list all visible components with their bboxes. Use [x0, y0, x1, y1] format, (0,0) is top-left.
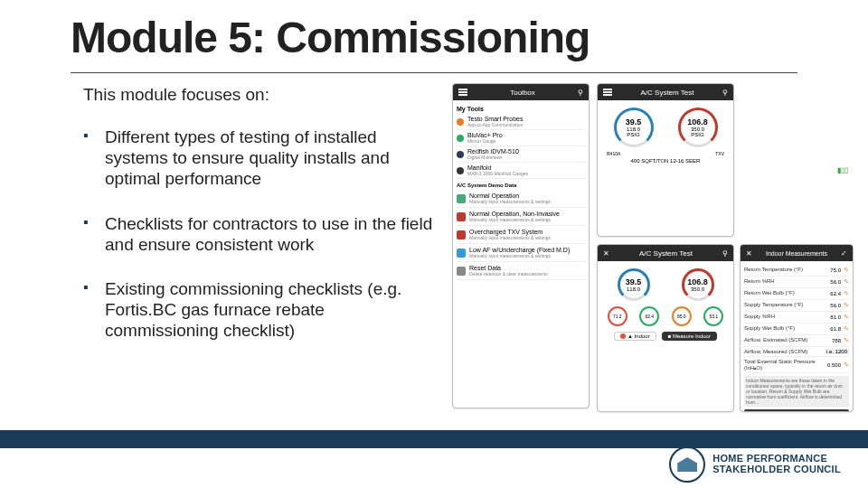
tool-sub: App-to-App Communication [467, 122, 523, 127]
hamburger-icon [458, 89, 467, 96]
demo-icon [457, 194, 466, 203]
meas-label: Return Wet Bulb (°F) [744, 290, 795, 297]
meas-value: 56.0 [830, 303, 841, 308]
meas-row: Supply Wet Bulb (°F)61.8✎ [744, 324, 849, 335]
bullet-item: Different types of testing of installed … [83, 127, 434, 190]
gauge-unit: PSIG [627, 132, 639, 137]
demo-sub: Manually input measurements & settings [469, 235, 551, 240]
tool-name: Testo Smart Probes [467, 116, 523, 122]
bullet-item: Checklists for contractors to use in the… [83, 213, 434, 255]
tool-icon [457, 118, 464, 126]
measure-button: ■ Measure Indoor [662, 332, 717, 341]
phone-systest-top: A/C System Test ⚲ 39.5118.0PSIG 106.8350… [597, 83, 734, 237]
tool-name: Manifold [467, 164, 528, 171]
meas-label: Total External Static Pressure (InH₂O) [744, 359, 827, 371]
demo-name: Normal Operation, Non-Invasive [469, 211, 560, 217]
meas-value: 62.4 [830, 291, 841, 296]
meas-label: Return Temperature (°F) [744, 267, 803, 274]
tool-name: Redfish iDVM-510 [467, 148, 519, 155]
app-header: Toolbox ⚲ [453, 84, 589, 100]
gauge-value: 106.8 [687, 117, 708, 127]
battery-icon: ▮▯▯ [837, 166, 848, 174]
footer-logo: HOME PERFORMANCESTAKEHOLDER COUNCIL [669, 446, 841, 483]
search-icon: ⚲ [722, 249, 728, 258]
bullet-list: Different types of testing of installed … [83, 127, 434, 364]
demo-sub: Manually input measurements & settings [469, 199, 551, 204]
page-title: Module 5: Commissioning [71, 13, 590, 62]
header-title: A/C System Test [641, 89, 694, 97]
tool-icon [457, 167, 464, 174]
gauge-low: 39.5118.0 [618, 268, 650, 301]
hamburger-icon [603, 89, 612, 96]
meas-row: Return Wet Bulb (°F)62.4✎ [744, 288, 849, 300]
section-title: A/C System Demo Data [457, 179, 585, 190]
dot-icon [620, 333, 626, 339]
pencil-icon: ✎ [844, 267, 849, 274]
demo-icon [457, 230, 466, 239]
meas-value: 0.500 [827, 362, 841, 368]
footer-text: 400 SQFT/TON 12-16 SEER [601, 156, 730, 164]
meas-row: Return Temperature (°F)75.0✎ [744, 265, 849, 277]
gauge-low: 39.5118.0PSIG [614, 108, 654, 147]
meas-label: Supply Wet Bulb (°F) [744, 325, 795, 333]
gauge-row: 39.5118.0 106.8350.0 [601, 265, 730, 305]
tool-row: Testo Smart ProbesApp-to-App Communicati… [457, 114, 585, 130]
tool-sub: Micron Gauge [467, 138, 503, 144]
phone-body: Return Temperature (°F)75.0✎ Return %RH5… [741, 261, 853, 412]
meas-label: Return %RH [744, 278, 775, 286]
gauge-tag: TXV [715, 151, 724, 156]
pencil-icon: ✎ [844, 278, 849, 286]
header-title: A/C System Test [639, 249, 693, 258]
tool-row: Redfish iDVM-510Digital Multimeter [457, 146, 585, 163]
logo-line2: STAKEHOLDER COUNCIL [712, 465, 841, 475]
meas-row: Airflow, Estimated (SCFM)788✎ [744, 335, 849, 347]
btn-label: ▲ Indoor [627, 333, 650, 339]
phone-systest-bottom: ✕ A/C System Test ⚲ 39.5118.0 106.8350.0… [597, 244, 734, 412]
tool-row: ManifoldMAR-3 2006 Manifold Gauges [457, 163, 585, 179]
meas-label: Supply %RH [744, 314, 775, 321]
meas-value: 788 [832, 338, 841, 343]
demo-name: Overcharged TXV System [469, 229, 551, 235]
meas-value: i.e. 1200 [826, 349, 847, 354]
demo-name: Normal Operation [469, 192, 551, 199]
demo-row: Normal OperationManually input measureme… [457, 190, 585, 208]
demo-row: Low AF w/Undercharge (Fixed M.D)Manually… [457, 244, 585, 262]
mini-gauge: 85.0 [672, 306, 692, 326]
demo-name: Low AF w/Undercharge (Fixed M.D) [469, 247, 570, 253]
demo-icon [457, 267, 466, 276]
search-icon: ⚲ [578, 89, 583, 97]
footer-band [0, 430, 868, 446]
demo-row: Reset DataDelete retention & clear measu… [457, 262, 585, 280]
pencil-icon: ✎ [844, 290, 849, 297]
app-header: A/C System Test ⚲ [598, 84, 733, 100]
app-header: ✕ A/C System Test ⚲ [598, 245, 733, 261]
demo-row: Overcharged TXV SystemManually input mea… [457, 226, 585, 244]
meas-value: 75.0 [830, 267, 841, 273]
slide: Module 5: Commissioning This module focu… [0, 0, 868, 488]
btn-label: ■ Measure Indoor [668, 333, 711, 339]
meas-label: Airflow, Estimated (SCFM) [744, 337, 807, 344]
tool-row: BluVac+ ProMicron Gauge [457, 130, 585, 146]
bullet-item: Existing commissioning checklists (e.g. … [83, 278, 434, 342]
pencil-icon: ✎ [844, 302, 849, 309]
gauge-sub: 118.0 [627, 286, 640, 292]
demo-icon [457, 249, 466, 258]
section-title: My Tools [457, 104, 585, 114]
screenshot-cluster: ▮▯▯ ▮▯▯ Toolbox ⚲ My Tools Testo Smart P… [452, 83, 854, 418]
meas-label: Supply Temperature (°F) [744, 302, 803, 309]
close-icon: ✕ [746, 249, 752, 258]
logo-badge [669, 446, 705, 483]
demo-name: Reset Data [469, 265, 548, 271]
demo-sub: Delete retention & clear measurements [469, 271, 548, 277]
meas-value: 61.8 [830, 326, 841, 332]
note-box: Indoor Measurements are those taken in t… [744, 376, 849, 407]
app-header: ✕ Indoor Measurements ✓ [741, 245, 853, 261]
demo-sub: Manually input measurements & settings [469, 253, 570, 258]
gauge-high: 106.8350.0 [682, 268, 714, 301]
pencil-icon: ✎ [844, 314, 849, 321]
meas-row: Supply Temperature (°F)56.0✎ [744, 300, 849, 312]
logo-text: HOME PERFORMANCESTAKEHOLDER COUNCIL [712, 454, 841, 474]
intro-text: This module focuses on: [83, 85, 269, 105]
tool-sub: Digital Multimeter [467, 155, 519, 160]
title-rule [71, 72, 797, 73]
